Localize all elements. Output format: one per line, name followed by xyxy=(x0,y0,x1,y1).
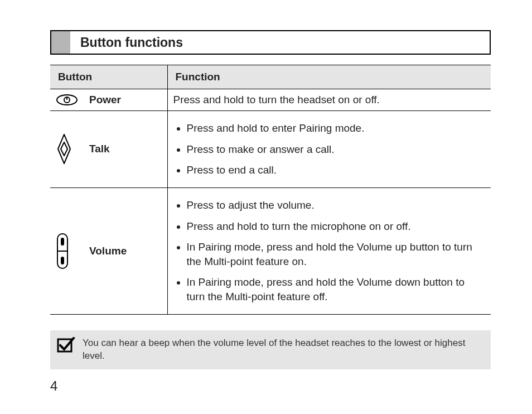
checkmark-icon xyxy=(56,336,77,355)
function-cell: Press and hold to enter Pairing mode. Pr… xyxy=(167,111,491,188)
power-icon xyxy=(50,89,84,111)
note-box: You can hear a beep when the volume leve… xyxy=(50,330,491,369)
function-text: Press to adjust the volume. xyxy=(187,195,486,216)
function-text: In Pairing mode, press and hold the Volu… xyxy=(187,272,486,307)
table-row: Power Press and hold to turn the headset… xyxy=(50,89,491,111)
button-name: Talk xyxy=(84,111,167,188)
function-text: In Pairing mode, press and hold the Volu… xyxy=(187,237,486,272)
header-function: Function xyxy=(167,65,491,89)
function-text: Press to make or answer a call. xyxy=(187,139,486,160)
function-cell: Press and hold to turn the headset on or… xyxy=(167,89,491,111)
talk-icon xyxy=(50,111,84,188)
header-button: Button xyxy=(50,65,167,89)
function-text: Press and hold to turn the headset on or… xyxy=(173,94,380,105)
volume-icon xyxy=(50,187,84,314)
section-header-accent xyxy=(51,31,70,54)
function-text: Press and hold to turn the microphone on… xyxy=(187,216,486,237)
function-cell: Press to adjust the volume. Press and ho… xyxy=(167,187,491,314)
svg-rect-5 xyxy=(61,238,64,245)
section-title: Button functions xyxy=(70,31,183,54)
button-name: Volume xyxy=(84,187,167,314)
button-name: Power xyxy=(84,89,167,111)
svg-rect-6 xyxy=(61,257,64,264)
page-number: 4 xyxy=(50,378,57,394)
note-text: You can hear a beep when the volume leve… xyxy=(83,336,483,363)
table-row: Volume Press to adjust the volume. Press… xyxy=(50,187,491,314)
button-functions-table: Button Function Power Press and hold to … xyxy=(50,65,491,315)
function-text: Press to end a call. xyxy=(187,160,486,181)
section-header: Button functions xyxy=(50,30,491,55)
table-row: Talk Press and hold to enter Pairing mod… xyxy=(50,111,491,188)
function-text: Press and hold to enter Pairing mode. xyxy=(187,118,486,139)
